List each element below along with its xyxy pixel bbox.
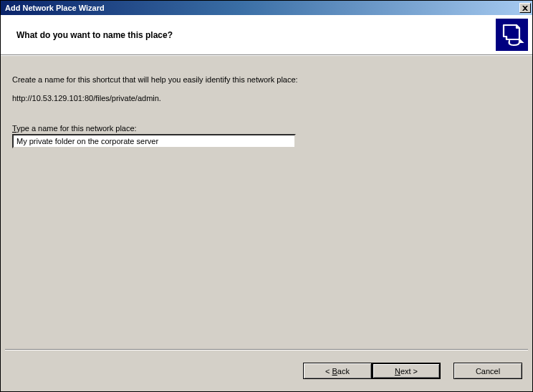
back-mnemonic: B (332, 367, 337, 376)
next-button[interactable]: Next > (372, 363, 441, 379)
network-place-name-input[interactable] (12, 134, 296, 148)
network-place-icon (496, 19, 528, 51)
next-mnemonic: N (395, 367, 400, 376)
label-post: ype a name for this network place: (16, 124, 137, 133)
wizard-body: Create a name for this shortcut that wil… (1, 55, 532, 349)
cancel-button[interactable]: Cancel (453, 363, 522, 379)
nav-button-group: < Back Next > (303, 363, 441, 379)
wizard-footer: < Back Next > Cancel (1, 350, 532, 391)
wizard-header: What do you want to name this place? (1, 15, 532, 55)
network-address-text: http://10.53.129.101:80/files/private/ad… (12, 94, 521, 102)
back-post: ack (337, 367, 350, 376)
instruction-text: Create a name for this shortcut that wil… (12, 75, 521, 84)
back-pre: < (325, 367, 332, 376)
header-question: What do you want to name this place? (16, 30, 173, 40)
next-post: ext > (400, 367, 418, 376)
back-button[interactable]: < Back (303, 363, 372, 379)
close-icon (522, 6, 528, 11)
close-button[interactable] (519, 3, 531, 13)
name-input-label: Type a name for this network place: (12, 124, 521, 133)
titlebar: Add Network Place Wizard (1, 1, 532, 15)
window-title: Add Network Place Wizard (5, 4, 519, 12)
wizard-window: Add Network Place Wizard What do you wan… (0, 0, 533, 392)
